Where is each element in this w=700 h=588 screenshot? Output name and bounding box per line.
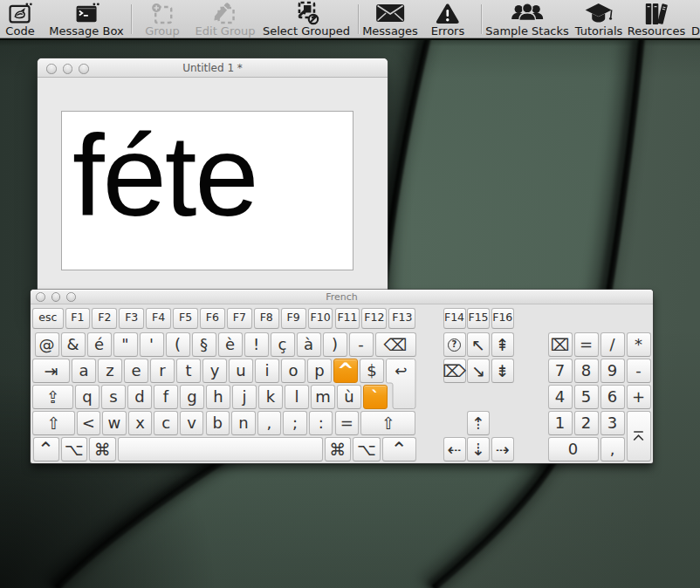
key-j[interactable]: j xyxy=(232,385,257,409)
key-option-left[interactable]: ⌥ xyxy=(61,437,88,462)
key-u[interactable]: u xyxy=(229,359,253,383)
key-colon[interactable]: : xyxy=(309,411,333,435)
key-f16[interactable]: F16 xyxy=(491,308,515,329)
key-numpad-comma[interactable]: , xyxy=(600,437,625,462)
text-field[interactable]: féte xyxy=(61,111,353,270)
key-f7[interactable]: F7 xyxy=(227,308,252,329)
key-b[interactable]: b xyxy=(206,411,230,435)
key-tab[interactable]: ⇥ xyxy=(32,359,70,383)
key-numpad-multiply[interactable]: * xyxy=(627,332,651,357)
key-t[interactable]: t xyxy=(176,359,201,383)
key-circumflex-dead[interactable]: ^ xyxy=(333,359,358,383)
key-y[interactable]: y xyxy=(202,359,227,383)
key-p[interactable]: p xyxy=(307,359,332,383)
toolbar-item-code[interactable]: Code xyxy=(5,2,34,38)
key-f9[interactable]: F9 xyxy=(281,308,306,329)
key-numpad-enter[interactable] xyxy=(627,411,651,462)
key-f5[interactable]: F5 xyxy=(173,308,198,329)
toolbar-item-messages[interactable]: Messages xyxy=(362,2,418,38)
toolbar-item-errors[interactable]: Errors xyxy=(431,2,464,38)
key-dollar[interactable]: $ xyxy=(360,359,384,383)
key-q[interactable]: q xyxy=(75,385,100,409)
key-f4[interactable]: F4 xyxy=(146,308,171,329)
toolbar-item-resources[interactable]: Resources xyxy=(628,2,685,38)
key-n[interactable]: n xyxy=(231,411,256,435)
key-numpad-4[interactable]: 4 xyxy=(548,385,573,409)
key-f6[interactable]: F6 xyxy=(200,308,225,329)
key-numpad-plus[interactable]: + xyxy=(627,385,651,409)
key-c-cedilla[interactable]: ç xyxy=(271,332,295,357)
key-less-than[interactable]: < xyxy=(77,411,101,435)
key-paren-right[interactable]: ) xyxy=(323,332,347,357)
toolbar-item-edit-group[interactable]: Edit Group xyxy=(196,2,256,38)
key-f12[interactable]: F12 xyxy=(361,308,387,329)
key-esc[interactable]: esc xyxy=(32,308,64,329)
document-title-bar[interactable]: Untitled 1 * xyxy=(38,58,388,78)
key-page-up[interactable]: ⇞ xyxy=(491,332,515,357)
key-command-left[interactable]: ⌘ xyxy=(89,437,116,462)
key-v[interactable]: v xyxy=(180,411,204,435)
key-arrow-down[interactable]: ⇣ xyxy=(467,437,490,462)
key-semicolon[interactable]: ; xyxy=(283,411,307,435)
key-f1[interactable]: F1 xyxy=(65,308,91,329)
key-f13[interactable]: F13 xyxy=(388,308,415,329)
key-backspace[interactable]: ⌫ xyxy=(375,332,416,357)
key-numpad-6[interactable]: 6 xyxy=(600,385,625,409)
key-arrow-left[interactable]: ⇠ xyxy=(443,437,466,462)
key-z[interactable]: z xyxy=(98,359,122,383)
key-a[interactable]: a xyxy=(72,359,96,383)
key-s[interactable]: s xyxy=(101,385,126,409)
key-control-left[interactable]: ⌃ xyxy=(33,437,59,462)
key-x[interactable]: x xyxy=(128,411,153,435)
key-ampersand[interactable]: & xyxy=(61,332,86,357)
key-shift-left[interactable]: ⇧ xyxy=(32,411,75,435)
key-numpad-7[interactable]: 7 xyxy=(548,359,573,383)
key-f10[interactable]: F10 xyxy=(308,308,333,329)
key-e-grave[interactable]: è xyxy=(218,332,243,357)
key-shift-right[interactable]: ⇧ xyxy=(360,411,415,435)
toolbar-item-message-box[interactable]: Message Box xyxy=(49,2,123,38)
toolbar-item-tutorials[interactable]: Tutorials xyxy=(575,2,623,38)
key-section[interactable]: § xyxy=(192,332,216,357)
key-numpad-clear[interactable]: ⌧ xyxy=(548,332,573,357)
key-w[interactable]: w xyxy=(102,411,127,435)
key-return[interactable]: ↩ xyxy=(386,359,416,409)
key-i[interactable]: i xyxy=(255,359,279,383)
key-f[interactable]: f xyxy=(154,385,178,409)
key-f2[interactable]: F2 xyxy=(92,308,117,329)
toolbar-item-group[interactable]: Group xyxy=(145,2,180,38)
toolbar-item-sample-stacks[interactable]: Sample Stacks xyxy=(485,2,569,38)
key-g[interactable]: g xyxy=(180,385,204,409)
key-caps-lock[interactable]: ⇪ xyxy=(32,385,73,409)
key-f8[interactable]: F8 xyxy=(254,308,279,329)
key-numpad-0[interactable]: 0 xyxy=(548,437,599,462)
key-numpad-minus[interactable]: - xyxy=(627,359,651,383)
key-d[interactable]: d xyxy=(127,385,152,409)
key-numpad-3[interactable]: 3 xyxy=(600,411,625,435)
key-comma[interactable]: , xyxy=(257,411,282,435)
key-equals[interactable]: = xyxy=(335,411,360,435)
key-numpad-2[interactable]: 2 xyxy=(574,411,599,435)
key-a-grave[interactable]: à xyxy=(297,332,321,357)
key-quote[interactable]: " xyxy=(113,332,138,357)
key-help[interactable]: ? xyxy=(443,332,466,357)
toolbar-item-dictionary[interactable]: D xyxy=(691,2,700,38)
key-arrow-right[interactable]: ⇢ xyxy=(491,437,515,462)
key-home[interactable]: ↖ xyxy=(467,332,490,357)
key-exclamation[interactable]: ! xyxy=(244,332,269,357)
key-control-right[interactable]: ⌃ xyxy=(382,437,416,462)
key-arrow-up[interactable]: ⇡ xyxy=(467,411,490,435)
key-end[interactable]: ↘ xyxy=(467,359,490,383)
key-at[interactable]: @ xyxy=(35,332,59,357)
key-numpad-5[interactable]: 5 xyxy=(574,385,599,409)
key-f3[interactable]: F3 xyxy=(119,308,144,329)
key-minus[interactable]: - xyxy=(349,332,374,357)
key-f14[interactable]: F14 xyxy=(443,308,466,329)
key-apostrophe[interactable]: ' xyxy=(140,332,164,357)
key-r[interactable]: r xyxy=(150,359,175,383)
key-numpad-8[interactable]: 8 xyxy=(574,359,599,383)
key-e-acute[interactable]: é xyxy=(87,332,112,357)
key-f11[interactable]: F11 xyxy=(335,308,360,329)
key-e[interactable]: e xyxy=(124,359,148,383)
key-space[interactable] xyxy=(118,437,323,462)
